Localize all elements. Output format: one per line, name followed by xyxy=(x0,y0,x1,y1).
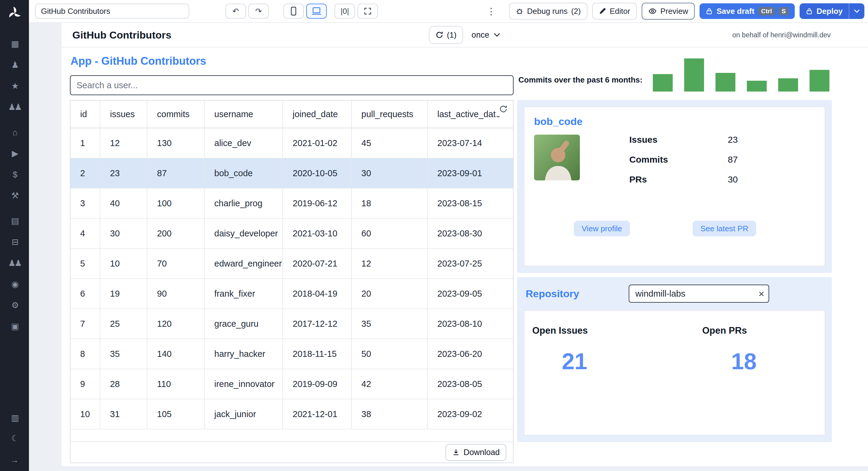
sidebar-bottom: ▥☾ xyxy=(8,412,21,444)
stat-issues: Issues 23 xyxy=(629,135,738,145)
username-heading: bob_code xyxy=(534,115,815,127)
chart-bar xyxy=(778,78,798,92)
more-menu-button[interactable]: ⋮ xyxy=(482,6,501,16)
preview-button[interactable]: Preview xyxy=(642,3,695,20)
refresh-icon xyxy=(435,31,443,39)
chart-bar xyxy=(653,74,673,92)
column-header[interactable]: id xyxy=(70,101,100,128)
refresh-icon xyxy=(499,105,507,113)
repository-stats-card: Open Issues 21 Open PRs 18 xyxy=(524,310,825,435)
download-icon xyxy=(452,448,460,456)
fullscreen-button[interactable] xyxy=(358,4,378,19)
chart-bar xyxy=(809,70,830,92)
schedule-label: once xyxy=(472,30,490,40)
debug-runs-button[interactable]: Debug runs (2) xyxy=(509,3,587,20)
sidebar-item-groups-icon[interactable]: ♟♟ xyxy=(8,101,21,113)
table-row[interactable]: 1031105jack_junior2021-12-01382023-09-02 xyxy=(70,399,513,429)
sidebar-item-docs-icon[interactable]: ▥ xyxy=(8,412,21,424)
center-canvas-button[interactable]: |0| xyxy=(335,4,355,19)
column-header[interactable]: pull_requests xyxy=(351,101,427,128)
phone-icon xyxy=(290,7,297,16)
app-name-input[interactable] xyxy=(35,4,189,19)
sidebar-expand-icon[interactable]: → xyxy=(10,455,19,465)
save-draft-label: Save draft xyxy=(716,7,754,16)
table-row[interactable]: 430200daisy_developer2021-03-10602023-08… xyxy=(70,218,513,248)
mobile-view-button[interactable] xyxy=(283,4,304,19)
open-prs-label: Open PRs xyxy=(675,325,825,336)
kbd-s: S xyxy=(778,7,789,15)
sidebar-item-settings-icon[interactable]: ⚙ xyxy=(8,299,21,311)
sidebar-item-members-icon[interactable]: ♟♟ xyxy=(8,257,21,269)
sidebar-item-workers-icon[interactable]: ⚒ xyxy=(8,190,21,202)
undo-button[interactable]: ↶ xyxy=(225,4,246,19)
download-button[interactable]: Download xyxy=(445,444,506,461)
table-row[interactable]: 928110irene_innovator2019-09-09422023-08… xyxy=(70,369,513,399)
sidebar-item-dark-mode-icon[interactable]: ☾ xyxy=(8,433,21,444)
deploy-button[interactable]: Deploy xyxy=(800,3,864,19)
center-icon: |0| xyxy=(341,7,349,16)
chevron-down-icon xyxy=(854,8,860,14)
lock-icon xyxy=(706,7,713,15)
view-profile-button[interactable]: View profile xyxy=(574,221,630,236)
sidebar-item-folders-icon[interactable]: ⊟ xyxy=(8,236,21,248)
table-row[interactable]: 725120grace_guru2017-12-12352023-08-10 xyxy=(70,309,513,339)
sidebar-item-spend-icon[interactable]: $ xyxy=(8,169,21,181)
table-row[interactable]: 22387bob_code2020-10-05302023-09-01 xyxy=(70,158,513,188)
chart-bar xyxy=(684,59,704,92)
sidebar-item-schedules-icon[interactable]: ▤ xyxy=(8,215,21,227)
app-canvas: App - GitHub Contributors idissuescommit… xyxy=(61,47,868,466)
refresh-count: (1) xyxy=(447,30,457,40)
top-toolbar: ↶ ↷ |0| xyxy=(29,0,868,23)
table-row[interactable]: 51070edward_engineer2020-07-21122023-07-… xyxy=(70,248,513,278)
preview-label: Preview xyxy=(660,7,688,16)
redo-button[interactable]: ↷ xyxy=(248,4,269,19)
save-draft-button[interactable]: Save draft Ctrl S xyxy=(700,3,795,19)
bug-icon xyxy=(516,7,524,15)
page-title: GitHub Contributors xyxy=(72,29,172,41)
sidebar-item-runs-icon[interactable]: ▶ xyxy=(8,147,21,160)
schedule-dropdown[interactable]: once xyxy=(472,30,501,40)
clear-input-icon[interactable]: × xyxy=(758,289,764,299)
sidebar-item-ai-icon[interactable]: ▣ xyxy=(8,321,21,333)
commits-chart-label: Commits over the past 6 months: xyxy=(518,75,643,85)
sidebar-groups: ▦♟★♟♟⌂▶$⚒▤⊟♟♟◉⚙▣ xyxy=(8,25,21,333)
user-card: bob_code xyxy=(524,107,825,266)
repository-input[interactable] xyxy=(629,284,769,303)
commits-chart xyxy=(653,59,834,92)
editor-button[interactable]: Editor xyxy=(592,3,637,20)
deploy-dropdown-button[interactable] xyxy=(849,3,864,19)
table-row[interactable]: 340100charlie_prog2019-06-12182023-08-15 xyxy=(70,188,513,218)
table-refresh-button[interactable] xyxy=(496,102,510,116)
laptop-icon xyxy=(311,7,321,15)
column-header[interactable]: issues xyxy=(100,101,147,128)
sidebar-item-favorites-icon[interactable]: ★ xyxy=(8,80,21,92)
sidebar-item-home-icon[interactable]: ⌂ xyxy=(8,127,21,138)
windmill-logo-icon[interactable] xyxy=(7,5,22,21)
table-row[interactable]: 61990frank_fixer2018-04-19202023-09-05 xyxy=(70,278,513,309)
column-header[interactable]: username xyxy=(204,101,283,128)
windmill-app-editor: ▦♟★♟♟⌂▶$⚒▤⊟♟♟◉⚙▣ ▥☾ → ↶ ↷ xyxy=(0,0,868,471)
column-header[interactable]: joined_date xyxy=(283,101,351,128)
sidebar-item-user-icon[interactable]: ♟ xyxy=(8,59,21,71)
column-header[interactable]: commits xyxy=(147,101,204,128)
pencil-icon xyxy=(599,7,606,15)
deploy-label: Deploy xyxy=(816,7,843,16)
table-row[interactable]: 835140harry_hacker2018-11-15502023-06-20 xyxy=(70,339,513,369)
user-avatar xyxy=(534,135,580,180)
app-heading: App - GitHub Contributors xyxy=(70,55,206,67)
search-input[interactable] xyxy=(70,75,514,95)
refresh-all-button[interactable]: (1) xyxy=(429,26,463,44)
app-header: GitHub Contributors (1) once on behalf o… xyxy=(61,23,868,47)
debug-runs-count: (2) xyxy=(571,7,581,16)
chart-bar xyxy=(747,81,767,92)
open-prs-value: 18 xyxy=(675,348,825,374)
redo-icon: ↷ xyxy=(255,7,262,16)
see-latest-pr-button[interactable]: See latest PR xyxy=(692,221,756,236)
chart-bar xyxy=(715,73,735,92)
desktop-view-button[interactable] xyxy=(306,4,327,19)
sidebar-item-apps-icon[interactable]: ▦ xyxy=(8,38,21,50)
stat-commits: Commits 87 xyxy=(629,155,738,165)
sidebar-item-audit-icon[interactable]: ◉ xyxy=(8,278,21,290)
table-row[interactable]: 112130alice_dev2021-01-02452023-07-14 xyxy=(70,128,513,158)
repository-heading: Repository xyxy=(526,288,579,300)
